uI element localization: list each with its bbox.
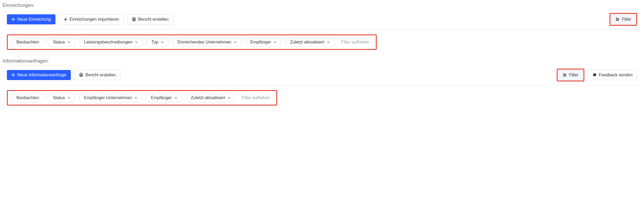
filter-chip-label: Status [53, 40, 65, 45]
new-info-request-button[interactable]: Neue Informationsanfrage [7, 70, 71, 80]
speech-bubble-icon [593, 73, 597, 77]
svg-point-5 [617, 20, 617, 21]
filter-chip-label: Zuletzt aktualisiert [191, 95, 225, 100]
new-info-request-label: Neue Informationsanfrage [17, 73, 66, 77]
filter-chip-label: Beobachten [16, 40, 39, 45]
filter-chip-type[interactable]: Typ [146, 37, 169, 47]
create-report-label: Bericht erstellen [138, 17, 169, 22]
filter-button[interactable]: Filter [611, 14, 636, 24]
caret-down-icon [274, 41, 276, 43]
caret-down-icon [135, 41, 138, 43]
filter-button-highlight: Filter [610, 13, 637, 26]
filter-chip-label: Einreichendes Unternehmen [177, 40, 231, 45]
filter-button-label: Filter [569, 73, 578, 77]
caret-down-icon [327, 41, 330, 43]
info-requests-toolbar: Neue Informationsanfrage Bericht erstell… [3, 69, 641, 85]
filter-chip-status[interactable]: Status [48, 93, 75, 103]
caret-down-icon [234, 41, 237, 43]
sliders-icon [615, 17, 620, 21]
filter-chip-label: Status [53, 95, 65, 100]
filter-chip-label: Empfänger [151, 95, 172, 100]
filter-chip-watch[interactable]: Beobachten [11, 93, 44, 103]
svg-point-11 [564, 76, 565, 77]
new-submission-label: Neue Einreichung [17, 17, 51, 22]
submissions-title: Einreichungen: [3, 3, 641, 8]
submissions-toolbar: Neue Einreichung Einreichungen importier… [3, 13, 641, 30]
import-submissions-button[interactable]: Einreichungen importieren [59, 14, 124, 24]
filter-chip-label: Typ [151, 40, 158, 45]
caret-down-icon [161, 41, 164, 43]
clear-filters-button[interactable]: Filter aufheben [338, 38, 372, 47]
caret-down-icon [68, 41, 70, 43]
filter-chip-label: Zuletzt aktualisiert [290, 40, 324, 45]
create-report-button[interactable]: Bericht erstellen [75, 70, 120, 80]
caret-down-icon [68, 97, 70, 99]
filter-button[interactable]: Filter [558, 70, 583, 80]
filter-chip-label: Beobachten [16, 95, 39, 100]
svg-point-10 [565, 75, 566, 76]
filter-chip-submitting-company[interactable]: Einreichendes Unternehmen [172, 37, 242, 47]
create-report-button[interactable]: Bericht erstellen [127, 14, 173, 24]
caret-down-icon [134, 97, 137, 99]
new-submission-button[interactable]: Neue Einreichung [7, 14, 55, 24]
info-requests-section: Informationsanfragen: Neue Informationsa… [3, 58, 641, 113]
filter-chip-recipient[interactable]: Empfänger [146, 93, 182, 103]
sliders-icon [563, 73, 567, 77]
filter-chip-watch[interactable]: Beobachten [11, 37, 44, 47]
submissions-filters: Beobachten Status Leistungsbeschreibunge… [7, 34, 377, 50]
filter-button-label: Filter [622, 17, 631, 22]
caret-down-icon [175, 97, 177, 99]
info-requests-filters: Beobachten Status Empfänger-Unternehmen … [7, 90, 277, 106]
printer-icon [79, 73, 83, 77]
create-report-label: Bericht erstellen [85, 73, 116, 77]
filter-chip-recipient[interactable]: Empfänger [245, 37, 281, 47]
filter-chip-status[interactable]: Status [48, 37, 75, 47]
filter-chip-label: Empfänger-Unternehmen [84, 95, 132, 100]
plus-icon [11, 73, 15, 77]
filter-chip-descriptions[interactable]: Leistungsbeschreibungen [79, 37, 143, 47]
filter-chip-recipient-company[interactable]: Empfänger-Unternehmen [79, 93, 142, 103]
filter-chip-last-updated[interactable]: Zuletzt aktualisiert [186, 93, 236, 103]
submissions-section: Einreichungen: Neue Einreichung Einreich… [3, 3, 641, 57]
plus-icon [64, 17, 67, 21]
svg-point-4 [618, 19, 619, 20]
filter-chip-label: Leistungsbeschreibungen [84, 40, 132, 45]
submissions-filters-wrap: Beobachten Status Leistungsbeschreibunge… [7, 34, 377, 50]
svg-point-3 [616, 18, 617, 19]
info-requests-filters-wrap: Beobachten Status Empfänger-Unternehmen … [7, 90, 277, 106]
printer-icon [132, 17, 136, 21]
import-submissions-label: Einreichungen importieren [69, 17, 119, 22]
send-feedback-label: Feedback senden [599, 73, 633, 77]
info-requests-title: Informationsanfragen: [3, 58, 641, 64]
filter-chip-label: Empfänger [250, 40, 271, 45]
svg-point-9 [564, 74, 564, 74]
plus-icon [11, 17, 15, 21]
send-feedback-button[interactable]: Feedback senden [588, 70, 637, 80]
filter-chip-last-updated[interactable]: Zuletzt aktualisiert [285, 37, 335, 47]
caret-down-icon [228, 97, 230, 99]
filter-button-highlight: Filter [557, 69, 584, 81]
clear-filters-button[interactable]: Filter aufheben [239, 93, 273, 102]
